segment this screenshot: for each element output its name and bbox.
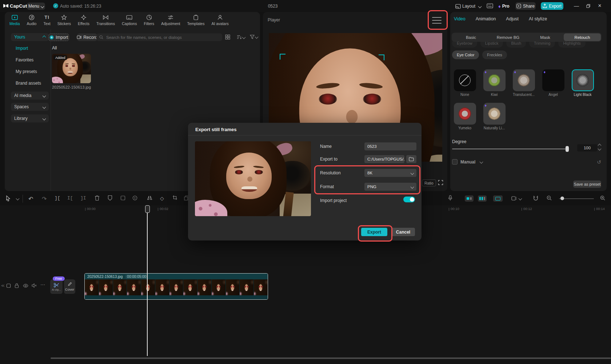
timeline-clip[interactable]: 20250522-150613.jpg 00:00:05:00 (84, 273, 268, 300)
tab-animation[interactable]: Animation (476, 16, 496, 21)
window-minimize-button[interactable]: — (573, 3, 580, 9)
player-menu-button[interactable] (432, 17, 442, 24)
ribbon-tab-stickers[interactable]: Stickers (56, 13, 72, 27)
track-view-toggle-3[interactable] (493, 195, 503, 202)
segment-remove-bg[interactable]: Remove BG (490, 33, 527, 41)
window-close-button[interactable]: × (596, 3, 603, 9)
degree-stepper[interactable] (598, 144, 601, 150)
timeline-zoom-slider-handle[interactable] (560, 197, 564, 200)
share-button[interactable]: Share (515, 2, 536, 10)
sidebar-group-library[interactable]: Library (11, 114, 49, 122)
snap-magnet-icon[interactable] (533, 195, 538, 201)
tab-ai-stylize[interactable]: AI stylize (529, 16, 547, 21)
export-to-field[interactable]: C:/Users/TOPGUS/... (364, 155, 404, 163)
browse-folder-button[interactable] (406, 155, 416, 163)
name-field[interactable] (364, 142, 416, 150)
sidebar-item-my-presets[interactable]: My presets (16, 69, 37, 74)
sidebar-item-brand-assets[interactable]: Brand assets (16, 81, 41, 86)
sidebar-group-yours[interactable]: Yours (11, 33, 49, 41)
degree-slider-track[interactable] (452, 149, 569, 149)
pro-badge[interactable]: ♦ Pro (498, 3, 510, 10)
track-view-toggle-1[interactable] (465, 195, 474, 202)
split-icon[interactable]: ][ (55, 195, 60, 201)
freeze-frame-icon[interactable] (120, 195, 125, 201)
media-search-input[interactable] (105, 35, 219, 40)
clip-options-button[interactable] (511, 195, 522, 201)
ribbon-tab-media[interactable]: Media (8, 13, 21, 27)
ribbon-tab-transitions[interactable]: Transitions (95, 13, 116, 27)
selection-corner-top-left[interactable] (280, 54, 285, 60)
lock-icon[interactable] (15, 283, 19, 288)
sidebar-group-spaces[interactable]: Spaces (11, 103, 49, 111)
track-view-toggle-2[interactable] (478, 195, 487, 202)
undo-icon[interactable]: ↶ (28, 195, 33, 202)
ratio-button[interactable]: Ratio (422, 179, 436, 186)
redo-icon[interactable]: ↷ (42, 195, 47, 202)
layout-button[interactable]: Layout (455, 3, 481, 10)
rotate-icon[interactable]: ◇ (160, 195, 164, 201)
eye-color-option-light-black[interactable]: Light Black (570, 69, 595, 97)
playhead-line[interactable] (147, 205, 148, 356)
degree-value-input[interactable]: 100 (577, 144, 597, 151)
playhead-handle[interactable] (145, 205, 150, 213)
chip-eye-color[interactable]: Eye Color (452, 50, 479, 59)
timeline-zoom-slider-track[interactable] (559, 198, 594, 199)
ribbon-tab-text[interactable]: TI Text (42, 13, 51, 27)
selection-corner-top-right[interactable] (379, 54, 384, 60)
ribbon-tab-effects[interactable]: Effects (77, 13, 91, 27)
segment-basic[interactable]: Basic (452, 33, 490, 41)
media-thumbnail[interactable]: Added (52, 54, 91, 83)
chip-freckles[interactable]: Freckles (482, 50, 507, 59)
track-main-icon[interactable] (6, 283, 11, 288)
mark-icon[interactable] (108, 195, 112, 201)
visibility-eye-icon[interactable] (23, 284, 28, 288)
split-left-icon[interactable]: I[ (67, 195, 73, 201)
speed-icon[interactable] (132, 195, 137, 201)
cursor-mode-caret[interactable] (16, 197, 20, 201)
import-media-button[interactable]: Import (48, 33, 69, 41)
segment-mask[interactable]: Mask (527, 33, 564, 41)
ai-clip-button[interactable]: AI clip... (50, 279, 63, 294)
sidebar-group-ai-media[interactable]: AI media (11, 92, 49, 100)
tab-video[interactable]: Video (454, 16, 466, 21)
import-project-toggle[interactable] (403, 197, 415, 202)
eye-color-option-naturally[interactable]: ♦ Naturally Li... (482, 103, 507, 130)
ribbon-tab-ai-avatars[interactable]: AI avatars (210, 13, 229, 27)
split-right-icon[interactable]: ]I (80, 195, 86, 201)
cover-button[interactable]: Cover (64, 279, 75, 294)
dialog-export-button[interactable]: Export (361, 228, 387, 236)
zoom-in-icon[interactable] (600, 195, 605, 201)
media-filter-all[interactable]: All (52, 45, 57, 50)
ribbon-tab-templates[interactable]: Templates (186, 13, 206, 27)
ribbon-tab-captions[interactable]: Captions (121, 13, 138, 27)
eye-color-option-translucent[interactable]: ♦ Translucent... (511, 69, 536, 97)
reset-icon[interactable]: ↺ (597, 159, 601, 165)
resolution-dropdown[interactable]: 8K (364, 169, 416, 177)
more-options-icon[interactable]: ⋯ (40, 282, 45, 287)
media-search-bar[interactable] (96, 33, 222, 41)
mute-speaker-icon[interactable] (32, 283, 37, 288)
voiceover-mic-icon[interactable] (448, 195, 452, 201)
eye-color-option-yumeko[interactable]: Yumeko (452, 103, 478, 130)
degree-slider-handle[interactable] (566, 146, 569, 152)
sort-button[interactable] (237, 35, 245, 40)
record-button[interactable]: Record (77, 33, 97, 41)
mirror-icon[interactable] (147, 195, 152, 201)
crop-icon[interactable] (172, 195, 177, 200)
name-input[interactable] (367, 144, 414, 149)
menu-button[interactable]: Menu (27, 3, 45, 10)
format-dropdown[interactable]: PNG (364, 183, 416, 191)
collapse-tracks-icon[interactable]: << (1, 284, 4, 288)
segment-retouch[interactable]: Retouch (564, 33, 601, 41)
sidebar-item-favorites[interactable]: Favorites (16, 57, 33, 62)
fullscreen-icon[interactable] (438, 180, 443, 185)
save-as-preset-button[interactable]: Save as preset (573, 181, 601, 188)
filter-button[interactable] (250, 35, 258, 39)
zoom-out-icon[interactable] (547, 195, 552, 201)
sidebar-item-import[interactable]: Import (16, 46, 28, 51)
delete-icon[interactable] (95, 195, 100, 201)
ribbon-tab-audio[interactable]: Audio (26, 13, 38, 27)
window-restore-button[interactable] (585, 3, 591, 9)
tab-adjust[interactable]: Adjust (506, 16, 519, 21)
eye-color-option-angel[interactable]: ♦ Angel (540, 69, 566, 97)
